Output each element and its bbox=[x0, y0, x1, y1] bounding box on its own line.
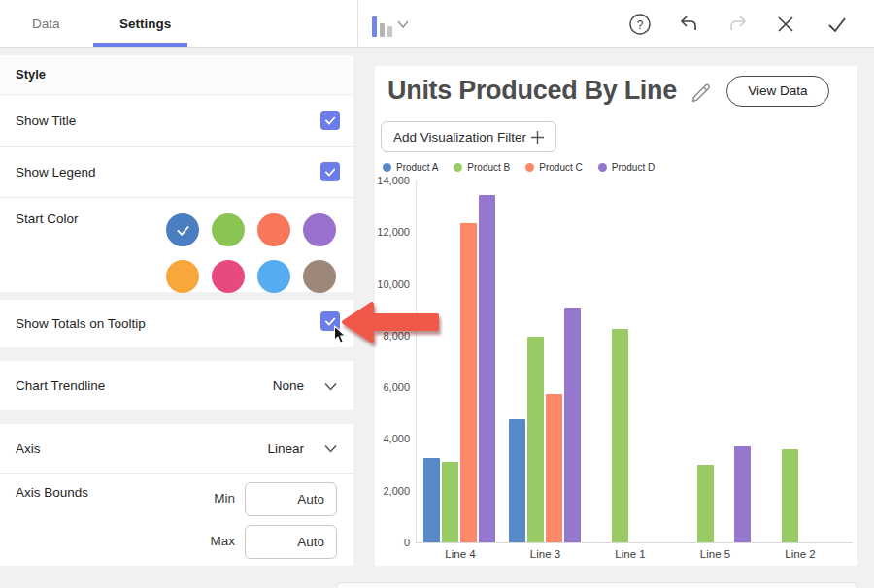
y-tick-label: 12,000 bbox=[377, 226, 410, 238]
divider bbox=[357, 0, 358, 48]
bar-product-a-line-4[interactable] bbox=[423, 458, 440, 542]
check-icon bbox=[323, 114, 337, 127]
axis-row[interactable]: Axis Linear bbox=[0, 424, 353, 474]
active-tab-indicator bbox=[93, 43, 187, 47]
svg-text:?: ? bbox=[637, 18, 644, 32]
bar-product-a-line-3[interactable] bbox=[509, 419, 525, 542]
next-card-edge bbox=[336, 582, 857, 588]
view-data-button[interactable]: View Data bbox=[726, 76, 829, 107]
show-totals-label: Show Totals on Tooltip bbox=[16, 300, 146, 347]
color-swatch[interactable] bbox=[303, 260, 336, 293]
color-swatch-selected[interactable] bbox=[166, 213, 199, 246]
mouse-cursor bbox=[333, 325, 348, 345]
y-tick-label: 6,000 bbox=[377, 381, 410, 393]
legend-item: Product A bbox=[383, 162, 438, 173]
bar-product-d-line-5[interactable] bbox=[734, 446, 751, 542]
bar-product-b-line-5[interactable] bbox=[697, 465, 714, 542]
max-label: Max bbox=[194, 534, 235, 548]
style-options-group: Show Title Show Legend Start Color bbox=[0, 95, 353, 292]
chart-trendline-row[interactable]: Chart Trendline None bbox=[0, 361, 353, 410]
legend-label: Product B bbox=[467, 162, 510, 173]
chart-title: Units Produced By Line bbox=[387, 76, 677, 106]
chart-trendline-value[interactable]: None bbox=[273, 361, 304, 410]
confirm-check-icon[interactable] bbox=[825, 13, 849, 36]
color-swatch[interactable] bbox=[257, 213, 290, 246]
start-color-row: Start Color bbox=[0, 198, 353, 292]
show-legend-row[interactable]: Show Legend bbox=[0, 147, 353, 198]
bar-product-d-line-3[interactable] bbox=[564, 308, 581, 542]
color-swatch[interactable] bbox=[166, 260, 199, 293]
legend-dot bbox=[598, 163, 607, 172]
add-visualization-filter-button[interactable]: Add Visualization Filter bbox=[381, 121, 556, 152]
axis-bounds-label: Axis Bounds bbox=[16, 485, 88, 500]
close-icon[interactable] bbox=[774, 13, 797, 36]
legend-dot bbox=[454, 163, 462, 172]
x-category-label: Line 5 bbox=[675, 548, 756, 560]
bar-product-c-line-3[interactable] bbox=[546, 394, 562, 542]
edit-title-pencil-icon[interactable] bbox=[689, 82, 713, 105]
chart-legend: Product AProduct BProduct CProduct D bbox=[383, 162, 655, 173]
red-annotation-arrow bbox=[339, 300, 452, 350]
plus-icon bbox=[530, 130, 545, 145]
topbar: Data Settings ? bbox=[0, 0, 874, 48]
x-category-label: Line 3 bbox=[505, 548, 587, 560]
start-color-label: Start Color bbox=[16, 212, 79, 226]
bar-product-b-line-1[interactable] bbox=[612, 329, 628, 542]
color-swatch[interactable] bbox=[303, 213, 336, 246]
style-section-header: Style bbox=[0, 55, 353, 94]
redo-icon[interactable] bbox=[726, 13, 750, 36]
tab-settings[interactable]: Settings bbox=[119, 0, 171, 48]
x-axis-line bbox=[416, 542, 853, 543]
x-category-label: Line 4 bbox=[420, 548, 501, 560]
show-totals-row[interactable]: Show Totals on Tooltip bbox=[0, 300, 353, 347]
help-icon[interactable]: ? bbox=[628, 13, 652, 36]
x-category-label: Line 2 bbox=[759, 548, 841, 560]
y-tick-label: 14,000 bbox=[377, 175, 410, 186]
legend-dot bbox=[525, 163, 534, 172]
bar-chart-icon bbox=[372, 16, 377, 37]
y-tick-label: 10,000 bbox=[377, 278, 410, 290]
check-icon bbox=[323, 165, 337, 179]
start-color-swatches bbox=[166, 213, 336, 293]
y-tick-label: 0 bbox=[377, 537, 410, 548]
show-title-label: Show Title bbox=[16, 95, 76, 147]
bar-product-b-line-4[interactable] bbox=[442, 462, 458, 542]
tab-data[interactable]: Data bbox=[32, 0, 60, 48]
y-tick-label: 4,000 bbox=[377, 433, 410, 444]
bar-product-b-line-3[interactable] bbox=[527, 337, 544, 542]
y-tick-label: 2,000 bbox=[377, 485, 410, 497]
axis-label: Axis bbox=[16, 424, 41, 474]
show-legend-checkbox[interactable] bbox=[320, 162, 340, 181]
show-legend-label: Show Legend bbox=[16, 147, 96, 198]
legend-item: Product B bbox=[454, 162, 510, 173]
show-title-checkbox[interactable] bbox=[320, 111, 340, 130]
legend-item: Product C bbox=[525, 162, 582, 173]
color-swatch[interactable] bbox=[212, 213, 245, 246]
chart-trendline-label: Chart Trendline bbox=[16, 361, 105, 410]
bar-product-d-line-4[interactable] bbox=[479, 195, 495, 542]
legend-label: Product D bbox=[612, 162, 655, 173]
chart-type-selector[interactable] bbox=[367, 0, 418, 48]
section-title: Style bbox=[16, 55, 46, 94]
legend-label: Product A bbox=[396, 162, 438, 173]
color-swatch[interactable] bbox=[212, 260, 245, 293]
max-input[interactable] bbox=[245, 525, 337, 559]
min-label: Min bbox=[194, 491, 235, 506]
chevron-down-icon[interactable] bbox=[323, 444, 338, 453]
show-title-row[interactable]: Show Title bbox=[0, 95, 353, 147]
color-swatch[interactable] bbox=[257, 260, 290, 293]
x-category-label: Line 1 bbox=[589, 548, 671, 560]
axis-value[interactable]: Linear bbox=[267, 424, 304, 474]
bar-product-b-line-2[interactable] bbox=[782, 449, 798, 542]
y-axis-line bbox=[416, 180, 417, 542]
legend-dot bbox=[383, 163, 391, 172]
add-filter-label: Add Visualization Filter bbox=[393, 122, 526, 152]
legend-item: Product D bbox=[598, 162, 655, 173]
legend-label: Product C bbox=[539, 162, 582, 173]
undo-icon[interactable] bbox=[677, 13, 700, 36]
min-input[interactable] bbox=[245, 482, 337, 516]
axis-section: Axis Linear Axis Bounds Min Max bbox=[0, 424, 353, 566]
bar-product-c-line-4[interactable] bbox=[460, 223, 477, 542]
chevron-down-icon[interactable] bbox=[323, 382, 338, 391]
check-icon bbox=[175, 222, 191, 239]
